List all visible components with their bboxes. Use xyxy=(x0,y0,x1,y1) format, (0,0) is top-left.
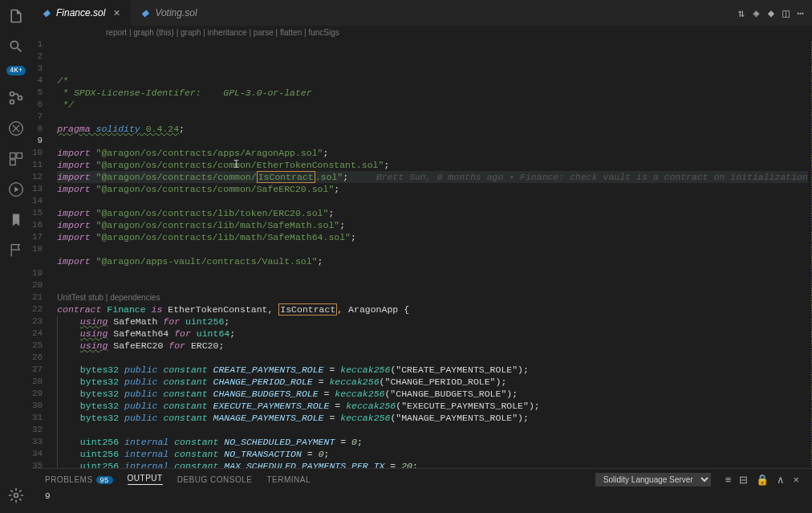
activity-bar: 4K+ xyxy=(0,0,32,513)
output-channel-select[interactable]: Solidity Language Server xyxy=(595,473,711,487)
bookmark-icon[interactable] xyxy=(6,210,26,230)
panel-output[interactable]: 9 xyxy=(32,490,812,513)
minimap[interactable] xyxy=(808,39,812,468)
svg-point-2 xyxy=(18,96,22,100)
svg-point-0 xyxy=(10,92,14,96)
compare-icon[interactable]: ⇅ xyxy=(738,6,745,20)
more-icon[interactable]: ⋯ xyxy=(798,6,804,20)
code-area[interactable]: /* * SPDX-License-Identifer: GPL-3.0-or-… xyxy=(57,39,808,468)
solidity-icon: ◆ xyxy=(40,7,51,18)
chevron-up-icon[interactable]: ∧ xyxy=(777,474,785,486)
svg-rect-5 xyxy=(17,153,22,159)
gear-icon[interactable] xyxy=(6,486,26,505)
search-icon[interactable] xyxy=(6,37,26,56)
panel-tab-debug[interactable]: DEBUG CONSOLE xyxy=(177,475,253,484)
split-icon[interactable]: ◫ xyxy=(782,6,789,20)
tab-finance[interactable]: ◆ Finance.sol × xyxy=(32,0,131,26)
title-actions: ⇅ ◈ ◆ ◫ ⋯ xyxy=(738,0,812,26)
scm-badge[interactable]: 4K+ xyxy=(6,66,26,75)
scm-icon[interactable] xyxy=(6,88,26,108)
tab-bar: ◆ Finance.sol × ◆ Voting.sol ⇅ ◈ ◆ ◫ ⋯ xyxy=(32,0,812,26)
gutter: 1234567891011121314151617181920212223242… xyxy=(32,39,57,468)
solidity-icon: ◆ xyxy=(139,7,150,18)
tab-label: Finance.sol xyxy=(56,7,105,18)
bottom-panel: PROBLEMS95 OUTPUT DEBUG CONSOLE TERMINAL… xyxy=(32,468,812,513)
svg-rect-4 xyxy=(10,153,16,159)
wrap-icon[interactable]: ≡ xyxy=(725,474,732,486)
svg-point-1 xyxy=(10,100,14,104)
preview-icon[interactable]: ◈ xyxy=(753,6,759,20)
svg-point-8 xyxy=(14,494,18,498)
problems-badge: 95 xyxy=(96,476,113,484)
panel-tab-problems[interactable]: PROBLEMS95 xyxy=(45,475,113,484)
explorer-icon[interactable] xyxy=(6,6,26,26)
code-lens[interactable]: report | graph (this) | graph | inherita… xyxy=(32,26,812,39)
tab-voting[interactable]: ◆ Voting.sol xyxy=(131,0,205,26)
diamond-icon[interactable]: ◆ xyxy=(768,6,774,20)
close-icon[interactable]: × xyxy=(110,6,123,19)
debug-icon[interactable] xyxy=(6,119,26,138)
flag-icon[interactable] xyxy=(6,241,26,260)
svg-rect-6 xyxy=(10,160,16,165)
clear-icon[interactable]: ⊟ xyxy=(739,474,748,486)
lock-icon[interactable]: 🔒 xyxy=(756,474,769,486)
play-icon[interactable] xyxy=(6,180,26,199)
tab-label: Voting.sol xyxy=(155,7,197,18)
panel-tab-output[interactable]: OUTPUT xyxy=(128,474,163,485)
close-panel-icon[interactable]: × xyxy=(793,474,799,486)
extensions-icon[interactable] xyxy=(6,149,26,169)
editor[interactable]: 1234567891011121314151617181920212223242… xyxy=(32,39,812,468)
panel-tab-terminal[interactable]: TERMINAL xyxy=(266,475,311,484)
